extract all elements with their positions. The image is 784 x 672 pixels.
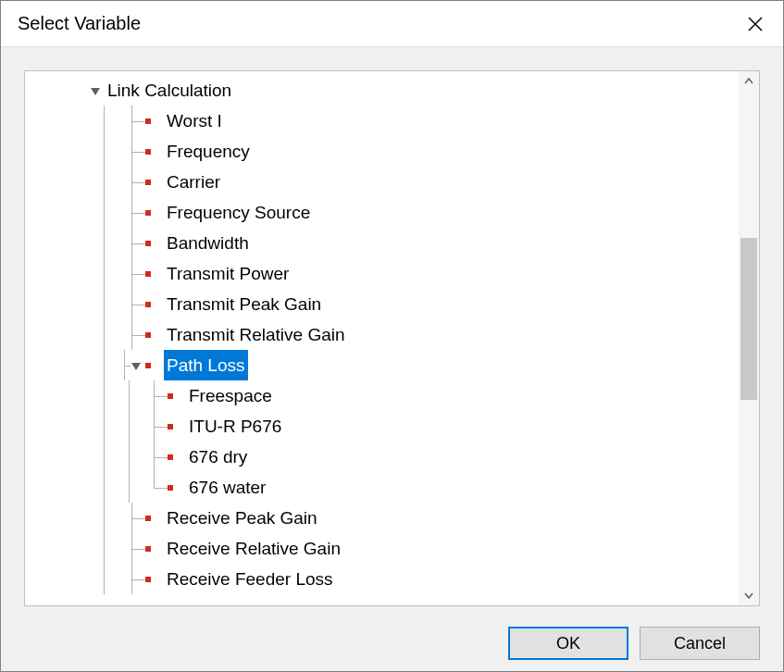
bullet-icon xyxy=(145,516,151,521)
tree-node-label: Transmit Peak Gain xyxy=(164,289,324,319)
bullet-icon xyxy=(168,454,173,460)
bullet-icon xyxy=(145,118,151,124)
chevron-up-icon xyxy=(744,77,753,86)
bullet-icon xyxy=(168,393,173,399)
bullet-icon xyxy=(145,271,151,277)
close-button[interactable] xyxy=(741,10,769,38)
tree-node-bandwidth[interactable]: Bandwidth xyxy=(25,228,739,258)
tree-node-frequency[interactable]: Frequency xyxy=(25,136,739,167)
svg-marker-3 xyxy=(131,363,141,370)
vertical-scrollbar[interactable] xyxy=(739,71,759,605)
dialog-title: Select Variable xyxy=(18,13,141,34)
bullet-icon xyxy=(145,546,151,552)
bullet-icon xyxy=(145,180,151,185)
chevron-down-icon[interactable] xyxy=(90,85,101,96)
bullet-icon xyxy=(168,424,173,429)
tree-node-label: Receive Peak Gain xyxy=(164,503,320,533)
tree-node-receive-relative-gain[interactable]: Receive Relative Gain xyxy=(25,533,739,564)
tree-node-label: Freespace xyxy=(186,380,275,411)
titlebar: Select Variable xyxy=(1,1,783,47)
tree-container: Link Calculation Worst I xyxy=(24,70,760,606)
scroll-down-button[interactable] xyxy=(739,585,759,605)
bullet-icon xyxy=(145,302,151,307)
tree-node-676-dry[interactable]: 676 dry xyxy=(25,442,739,472)
content-area: Link Calculation Worst I xyxy=(1,47,783,616)
close-icon xyxy=(748,17,763,31)
tree-node-label: 676 dry xyxy=(186,442,250,472)
tree-node-label: Receive Relative Gain xyxy=(164,533,343,564)
tree-node-label: Receive Feeder Loss xyxy=(164,564,336,594)
tree-node-label: ITU-R P676 xyxy=(186,411,284,442)
bullet-icon xyxy=(145,149,151,155)
bullet-icon xyxy=(145,241,151,246)
tree-node-path-loss[interactable]: Path Loss xyxy=(25,350,739,380)
chevron-down-icon xyxy=(744,591,753,600)
tree-node-receive-feeder-loss[interactable]: Receive Feeder Loss xyxy=(25,564,739,594)
bullet-icon xyxy=(145,577,151,582)
bullet-icon xyxy=(145,210,151,216)
tree-node-transmit-relative-gain[interactable]: Transmit Relative Gain xyxy=(25,319,739,350)
scroll-thumb[interactable] xyxy=(740,238,757,400)
tree-node-label: Transmit Relative Gain xyxy=(164,319,348,350)
tree-node-transmit-peak-gain[interactable]: Transmit Peak Gain xyxy=(25,289,739,319)
tree-node-worst-i[interactable]: Worst I xyxy=(25,106,739,136)
cancel-button[interactable]: Cancel xyxy=(640,627,760,660)
tree-node-frequency-source[interactable]: Frequency Source xyxy=(25,197,739,228)
button-bar: OK Cancel xyxy=(1,616,783,671)
tree-node-carrier[interactable]: Carrier xyxy=(25,167,739,197)
svg-marker-2 xyxy=(91,88,100,95)
scroll-up-button[interactable] xyxy=(739,71,759,92)
tree-node-label: Path Loss xyxy=(164,350,248,380)
tree-node-label: Worst I xyxy=(164,106,225,136)
tree-node-label: 676 water xyxy=(186,472,268,503)
tree-node-itu-r-p676[interactable]: ITU-R P676 xyxy=(25,411,739,442)
tree-node-label: Frequency xyxy=(164,136,253,167)
variable-tree: Link Calculation Worst I xyxy=(25,71,739,594)
tree-node-label: Transmit Power xyxy=(164,258,292,289)
chevron-down-icon[interactable] xyxy=(131,360,142,371)
ok-button[interactable]: OK xyxy=(508,627,628,660)
tree-node-transmit-power[interactable]: Transmit Power xyxy=(25,258,739,289)
tree-node-receive-peak-gain[interactable]: Receive Peak Gain xyxy=(25,503,739,533)
bullet-icon xyxy=(145,332,151,338)
tree-node-freespace[interactable]: Freespace xyxy=(25,380,739,411)
tree-scroll-viewport[interactable]: Link Calculation Worst I xyxy=(25,71,739,605)
bullet-icon xyxy=(145,363,151,368)
tree-node-label: Bandwidth xyxy=(164,228,252,258)
tree-node-676-water[interactable]: 676 water xyxy=(25,472,739,503)
tree-node-label: Link Calculation xyxy=(105,75,234,106)
select-variable-dialog: Select Variable Link Calculation xyxy=(0,0,784,672)
tree-node-label: Frequency Source xyxy=(164,197,313,228)
tree-node-label: Carrier xyxy=(164,167,223,197)
tree-node-link-calculation[interactable]: Link Calculation xyxy=(25,75,739,106)
bullet-icon xyxy=(168,485,173,491)
